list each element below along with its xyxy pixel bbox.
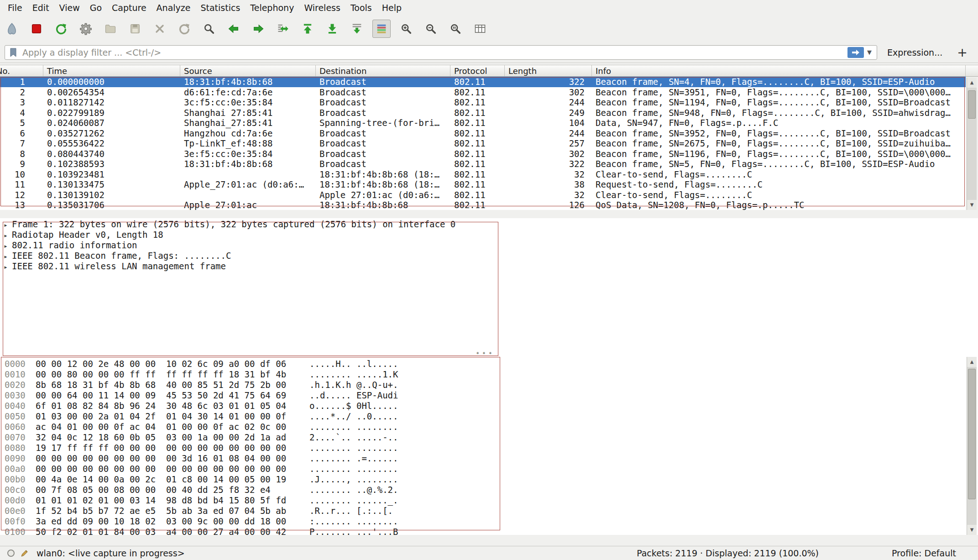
packet-row-12[interactable]: 120.130139102Apple_27:01:ac (d0:a6:…802.…: [0, 190, 966, 200]
expression-button[interactable]: Expression...: [884, 46, 945, 59]
go-to-packet-button[interactable]: [274, 20, 292, 38]
hex-row-00a0[interactable]: 00a000 00 00 00 00 00 00 00 00 00 00 00 …: [5, 464, 978, 474]
go-forward-button[interactable]: [249, 20, 267, 38]
hex-row-00d0[interactable]: 00d001 01 01 02 01 00 03 14 98 d8 bd b4 …: [5, 495, 978, 506]
hex-row-0020[interactable]: 00208b 68 18 31 bf 4b 8b 68 40 00 85 51 …: [5, 380, 978, 390]
hex-row-0000[interactable]: 000000 00 12 00 2e 48 00 00 10 02 6c 09 …: [5, 359, 978, 369]
resize-columns-button[interactable]: [471, 20, 489, 38]
scroll-down-arrow-icon[interactable]: ▼: [967, 200, 977, 210]
menu-edit[interactable]: Edit: [27, 1, 54, 15]
auto-scroll-button[interactable]: [348, 20, 366, 38]
hex-bytes[interactable]: 00 4a 0e 14 00 0a 00 2c 01 c8 00 14 00 0…: [36, 474, 309, 485]
column-header-no[interactable]: No.: [0, 65, 43, 76]
find-packet-button[interactable]: [200, 20, 218, 38]
pane-splitter-handle[interactable]: •••: [469, 351, 501, 356]
expander-icon[interactable]: ▸: [4, 262, 10, 272]
menu-view[interactable]: View: [54, 1, 85, 15]
expander-icon[interactable]: ▸: [4, 220, 10, 230]
zoom-in-button[interactable]: [397, 20, 415, 38]
hex-bytes[interactable]: 00 00 00 00 00 00 00 00 00 00 00 00 00 0…: [36, 464, 309, 474]
display-filter-input[interactable]: ▼: [5, 45, 877, 60]
hex-row-0090[interactable]: 009000 00 00 00 00 00 00 00 00 3d 16 01 …: [5, 453, 978, 464]
menu-file[interactable]: File: [3, 1, 27, 15]
hex-bytes[interactable]: 00 00 64 00 11 14 00 09 45 53 50 2d 41 7…: [36, 390, 309, 401]
column-header-destination[interactable]: Destination: [316, 65, 450, 76]
hex-ascii[interactable]: ........ .....1.K: [309, 369, 398, 380]
hex-bytes[interactable]: 00 7f 08 05 00 08 00 00 00 40 dd 25 f8 3…: [36, 485, 309, 495]
detail-line-0[interactable]: ▸Frame 1: 322 bytes on wire (2576 bits),…: [4, 219, 978, 230]
hex-row-00e0[interactable]: 00e01f 52 b4 b5 b7 72 ae e5 5b ab 3a ed …: [5, 506, 978, 516]
colorize-button[interactable]: [372, 20, 391, 38]
packet-row-4[interactable]: 40.022799189Shanghai_27:85:41Broadcast80…: [0, 108, 966, 118]
start-capture-button[interactable]: [3, 20, 21, 38]
packet-row-11[interactable]: 110.130133475Apple_27:01:ac (d0:a6:…18:3…: [0, 179, 966, 190]
column-header-info[interactable]: Info: [592, 65, 966, 76]
packet-list-scrollbar[interactable]: ▲ ▼: [967, 78, 977, 210]
packet-row-9[interactable]: 90.10238859318:31:bf:4b:8b:68Broadcast80…: [0, 159, 966, 169]
zoom-out-button[interactable]: [422, 20, 440, 38]
detail-line-2[interactable]: ▸802.11 radio information: [4, 240, 978, 251]
hex-bytes[interactable]: 6f 01 08 82 84 8b 96 24 30 48 6c 03 01 0…: [36, 401, 309, 411]
restart-capture-button[interactable]: [52, 20, 70, 38]
hex-ascii[interactable]: P....... ...'...B: [309, 527, 398, 535]
menu-capture[interactable]: Capture: [107, 1, 152, 15]
menu-statistics[interactable]: Statistics: [195, 1, 245, 15]
hex-ascii[interactable]: ........ ........: [309, 422, 398, 432]
go-first-packet-button[interactable]: [298, 20, 317, 38]
hex-bytes[interactable]: 00 00 80 00 00 00 ff ff ff ff ff ff 18 3…: [36, 369, 309, 380]
packet-row-7[interactable]: 70.055536422Tp-LinkT_ef:48:88Broadcast80…: [0, 138, 966, 149]
hex-ascii[interactable]: .....H.. ..l.....: [309, 359, 398, 369]
hex-ascii[interactable]: ........ ........: [309, 464, 398, 474]
byte-view-scrollbar[interactable]: ▲ ▼: [967, 357, 977, 535]
hex-row-0070[interactable]: 007032 04 0c 12 18 60 0b 05 03 00 1a 00 …: [5, 432, 978, 443]
packet-row-5[interactable]: 50.024060087Shanghai_27:85:41Spanning-tr…: [0, 118, 966, 128]
hex-ascii[interactable]: 2....`.. .....-..: [309, 432, 398, 443]
hex-row-00c0[interactable]: 00c000 7f 08 05 00 08 00 00 00 40 dd 25 …: [5, 485, 978, 495]
scroll-up-arrow-icon[interactable]: ▲: [967, 78, 977, 88]
expander-icon[interactable]: ▸: [4, 251, 10, 262]
apply-filter-button[interactable]: [847, 47, 864, 58]
expander-icon[interactable]: ▸: [4, 230, 10, 241]
capture-options-button[interactable]: [77, 20, 95, 38]
detail-line-4[interactable]: ▸IEEE 802.11 wireless LAN management fra…: [4, 261, 978, 272]
hex-bytes[interactable]: 32 04 0c 12 18 60 0b 05 03 00 1a 00 00 2…: [36, 432, 309, 443]
column-header-source[interactable]: Source: [180, 65, 316, 76]
filter-dropdown-caret-icon[interactable]: ▼: [864, 49, 875, 56]
display-filter-field[interactable]: [21, 47, 847, 58]
hex-row-0060[interactable]: 0060ac 04 01 00 00 0f ac 04 01 00 00 0f …: [5, 422, 978, 432]
menu-telephony[interactable]: Telephony: [245, 1, 299, 15]
add-filter-button[interactable]: +: [952, 46, 972, 58]
hex-ascii[interactable]: ....*../ ..0.....: [309, 411, 398, 422]
hex-ascii[interactable]: ........ ..@.%.2.: [309, 485, 398, 495]
packet-row-2[interactable]: 20.002654354d6:61:fe:cd:7a:6eBroadcast80…: [0, 87, 966, 98]
hex-ascii[interactable]: ........ .=......: [309, 453, 398, 464]
hex-bytes[interactable]: 01 03 00 00 2a 01 04 2f 01 04 30 14 01 0…: [36, 411, 309, 422]
menu-wireless[interactable]: Wireless: [299, 1, 345, 15]
scroll-up-arrow-icon[interactable]: ▲: [967, 357, 977, 367]
column-header-protocol[interactable]: Protocol: [450, 65, 505, 76]
hex-bytes[interactable]: 00 00 00 00 00 00 00 00 00 3d 16 01 08 0…: [36, 453, 309, 464]
menu-help[interactable]: Help: [377, 1, 407, 15]
hex-ascii[interactable]: .J....., ........: [309, 474, 398, 485]
hex-ascii[interactable]: :....... ........: [309, 516, 398, 527]
hex-ascii[interactable]: .R..r... [.:..[.: [309, 506, 393, 516]
hex-row-00b0[interactable]: 00b000 4a 0e 14 00 0a 00 2c 01 c8 00 14 …: [5, 474, 978, 485]
byte-view-scroll-thumb[interactable]: [968, 369, 976, 499]
hex-bytes[interactable]: 1f 52 b4 b5 b7 72 ae e5 5b ab 3a ed 07 0…: [36, 506, 309, 516]
hex-ascii[interactable]: ........ ......_.: [309, 495, 398, 506]
profile-button[interactable]: Profile: Default: [892, 548, 972, 558]
column-header-length[interactable]: Length: [505, 65, 592, 76]
hex-row-0040[interactable]: 00406f 01 08 82 84 8b 96 24 30 48 6c 03 …: [5, 401, 978, 411]
hex-bytes[interactable]: ac 04 01 00 00 0f ac 04 01 00 00 0f ac 0…: [36, 422, 309, 432]
stop-capture-button[interactable]: [27, 20, 46, 38]
hex-ascii[interactable]: .h.1.K.h @..Q-u+.: [309, 380, 398, 390]
go-back-button[interactable]: [225, 20, 243, 38]
go-last-packet-button[interactable]: [323, 20, 341, 38]
hex-row-0050[interactable]: 005001 03 00 00 2a 01 04 2f 01 04 30 14 …: [5, 411, 978, 422]
menu-go[interactable]: Go: [85, 1, 107, 15]
hex-row-0100[interactable]: 010050 f2 02 01 01 84 00 03 a4 00 00 27 …: [5, 527, 978, 535]
packet-row-13[interactable]: 130.135031706Apple_27:01:ac18:31:bf:4b:8…: [0, 200, 966, 210]
hex-row-0080[interactable]: 008019 17 ff ff ff 00 00 00 00 00 00 00 …: [5, 443, 978, 453]
menu-analyze[interactable]: Analyze: [152, 1, 196, 15]
detail-line-1[interactable]: ▸Radiotap Header v0, Length 18: [4, 230, 978, 240]
